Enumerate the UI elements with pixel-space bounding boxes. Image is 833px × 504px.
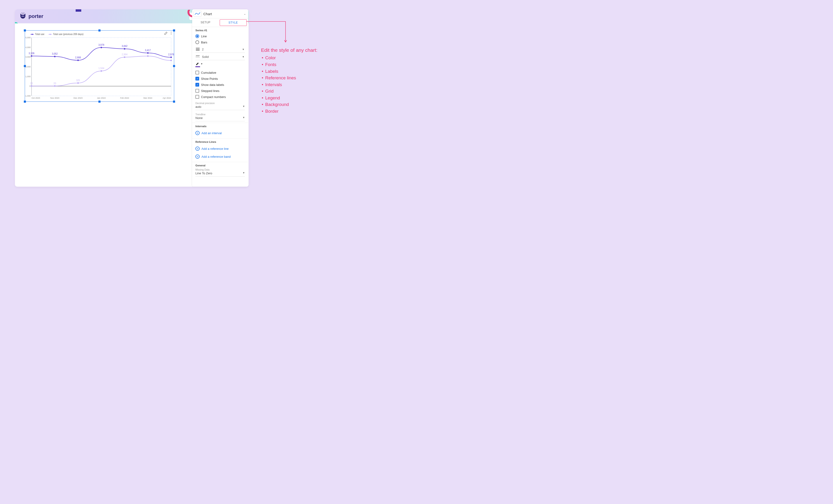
trendline-label: Trendline — [195, 113, 245, 116]
checkbox-icon — [195, 95, 199, 99]
svg-text:1,564: 1,564 — [98, 67, 104, 70]
plus-circle-icon: + — [195, 147, 199, 151]
svg-point-36 — [101, 47, 102, 48]
caret-down-icon: ▼ — [200, 62, 203, 65]
svg-point-55 — [170, 60, 172, 61]
chart-legend: Total use Total use (previous 209 days) — [30, 33, 84, 35]
svg-text:5,000: 5,000 — [25, 36, 30, 39]
svg-text:2,984: 2,984 — [122, 53, 127, 56]
callout-item: Background — [265, 101, 326, 108]
missing-data-label: Missing Data — [195, 168, 245, 171]
panel-tabs: SETUP STYLE — [192, 19, 248, 27]
svg-point-44 — [31, 85, 32, 86]
svg-text:3,106: 3,106 — [28, 52, 34, 55]
add-reference-line-button[interactable]: +Add a reference line — [195, 145, 245, 153]
svg-text:Mar 2024: Mar 2024 — [143, 97, 152, 99]
svg-text:1,000: 1,000 — [25, 75, 30, 78]
checkbox-icon — [195, 77, 199, 80]
section-title: Series #1 — [195, 29, 245, 32]
callout-item: Labels — [265, 68, 326, 75]
line-style-dropdown[interactable]: Solid ▼ — [195, 54, 245, 60]
series-color-picker[interactable]: ▼ — [195, 60, 245, 66]
section-general: General Missing Data Line To Zero▼ — [192, 162, 248, 178]
svg-text:20: 20 — [53, 82, 56, 85]
line-weight-icon — [196, 48, 200, 51]
svg-rect-6 — [31, 37, 171, 96]
section-title: Intervals — [195, 125, 245, 128]
section-reference-lines: Reference Lines +Add a reference line +A… — [192, 138, 248, 162]
svg-text:Nov 2023: Nov 2023 — [50, 97, 59, 99]
resize-handle[interactable] — [24, 29, 26, 31]
svg-text:3,000: 3,000 — [25, 56, 30, 58]
svg-rect-58 — [196, 50, 199, 50]
panel-title: Chart — [203, 12, 212, 16]
svg-text:0: 0 — [29, 85, 30, 87]
svg-text:Oct 2023: Oct 2023 — [31, 97, 40, 99]
line-style-icon — [196, 55, 200, 58]
check-show-labels[interactable]: Show data labels — [195, 82, 245, 88]
trendline-dropdown[interactable]: None▼ — [195, 116, 245, 121]
legend-label: Total use (previous 209 days) — [53, 33, 84, 35]
checkbox-icon — [195, 71, 199, 74]
legend-marker-icon — [49, 34, 52, 34]
svg-point-5 — [171, 34, 172, 35]
brand-name: porter — [28, 13, 43, 19]
svg-rect-57 — [196, 49, 199, 49]
caret-down-icon: ▼ — [243, 105, 245, 108]
radio-line[interactable]: Line — [195, 33, 245, 39]
panel-header[interactable]: Chart ⌄ — [192, 9, 248, 19]
checkbox-icon — [195, 89, 199, 93]
svg-point-52 — [124, 56, 125, 58]
svg-text:2,976: 2,976 — [168, 53, 174, 56]
add-reference-band-button[interactable]: +Add a reference band — [195, 153, 245, 160]
radio-bars[interactable]: Bars — [195, 39, 245, 45]
line-weight-dropdown[interactable]: 2 ▼ — [195, 46, 245, 53]
svg-text:3,417: 3,417 — [145, 49, 151, 52]
svg-text:3,052: 3,052 — [52, 52, 58, 55]
add-interval-button[interactable]: +Add an interval — [195, 129, 245, 137]
callout-item: Fonts — [265, 61, 326, 68]
caret-down-icon: ▼ — [242, 55, 244, 58]
resize-handle[interactable] — [173, 29, 175, 31]
edit-icon[interactable] — [164, 31, 168, 35]
legend-marker-icon — [30, 34, 34, 34]
radio-icon — [195, 34, 199, 38]
tab-style[interactable]: STYLE — [220, 19, 247, 26]
svg-point-30 — [31, 55, 32, 57]
chart-type-icon — [193, 11, 201, 17]
plus-circle-icon: + — [195, 154, 199, 159]
chart-toolbar — [164, 31, 173, 35]
chart-widget[interactable]: Total use Total use (previous 209 days) … — [25, 30, 174, 102]
check-compact[interactable]: Compact numbers — [195, 94, 245, 100]
section-title: General — [195, 164, 245, 167]
tab-setup[interactable]: SETUP — [192, 19, 219, 27]
callout-heading: Edit the style of any chart: — [261, 47, 326, 54]
callout-item: Grid — [265, 88, 326, 95]
decimal-precision-dropdown[interactable]: auto▼ — [195, 104, 245, 110]
check-stepped[interactable]: Stepped lines — [195, 88, 245, 94]
checkbox-icon — [195, 83, 199, 86]
chart-plot: -1,00001,0002,0003,0004,0005,000Oct 2023… — [25, 36, 174, 101]
svg-rect-56 — [196, 48, 199, 48]
check-cumulative[interactable]: Cumulative — [195, 70, 245, 76]
style-panel: Chart ⌄ SETUP STYLE Series #1 Line Bars … — [192, 9, 248, 187]
svg-point-3 — [171, 32, 172, 32]
svg-point-42 — [170, 56, 172, 58]
missing-data-dropdown[interactable]: Line To Zero▼ — [195, 171, 245, 177]
svg-point-40 — [147, 52, 148, 54]
svg-text:Apr 2024: Apr 2024 — [163, 97, 171, 99]
plus-circle-icon: + — [195, 131, 199, 135]
callout-item: Reference lines — [265, 75, 326, 81]
svg-text:-1,000: -1,000 — [25, 95, 30, 97]
svg-point-1 — [22, 16, 23, 17]
svg-point-2 — [23, 16, 24, 17]
svg-point-50 — [101, 70, 102, 72]
caret-down-icon: ▼ — [242, 48, 244, 51]
resize-handle[interactable] — [98, 29, 101, 31]
check-show-points[interactable]: Show Points — [195, 76, 245, 82]
decimal-precision-label: Decimal precision — [195, 102, 245, 104]
callout-item: Legend — [265, 95, 326, 101]
callout-list: Color Fonts Labels Reference lines Inter… — [261, 55, 326, 114]
caret-down-icon: ▼ — [243, 116, 245, 120]
more-icon[interactable] — [169, 31, 173, 35]
